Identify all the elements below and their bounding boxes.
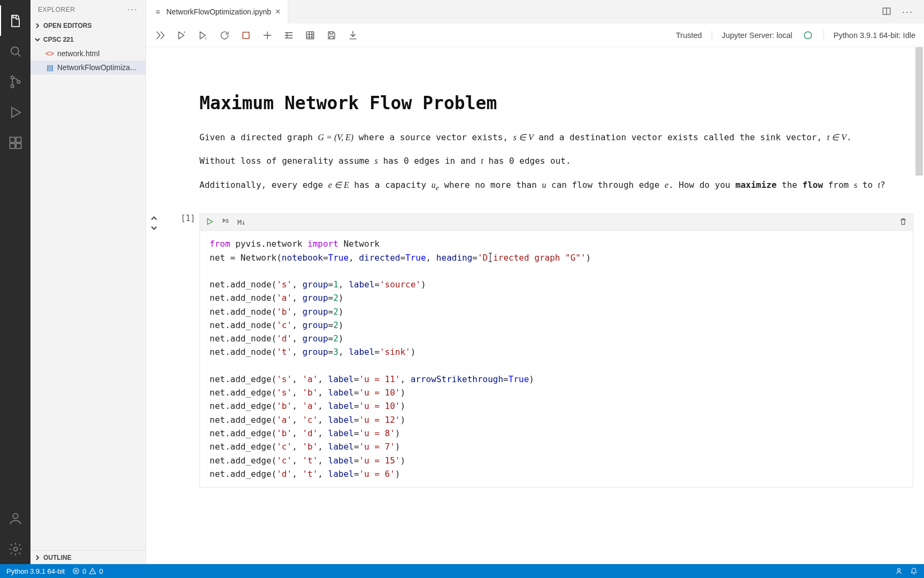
markdown-p2: Without loss of generality assume s has …: [199, 153, 913, 169]
interrupt-kernel-icon[interactable]: [240, 29, 252, 41]
file-item-network-html[interactable]: <> network.html: [30, 47, 145, 60]
python-version[interactable]: Python 3.9.1 64-bit: [6, 567, 65, 575]
svg-point-9: [13, 547, 17, 551]
workspace-header[interactable]: CPSC 221: [30, 33, 145, 47]
delete-cell-icon[interactable]: [899, 217, 907, 227]
exec-count: [1]: [158, 214, 195, 223]
divider: [823, 30, 824, 41]
svg-point-8: [13, 513, 18, 518]
file-tree: <> network.html ▤ NetworkFlowOptimiza...: [30, 47, 145, 74]
sidebar-header: EXPLORER ···: [30, 0, 145, 19]
jupyter-server-label[interactable]: Jupyter Server: local: [722, 31, 792, 40]
add-cell-icon[interactable]: [261, 29, 273, 41]
status-bar: Python 3.9.1 64-bit 0 0: [0, 564, 924, 578]
svg-point-15: [898, 568, 900, 571]
trusted-label[interactable]: Trusted: [676, 31, 702, 40]
file-item-notebook[interactable]: ▤ NetworkFlowOptimiza...: [30, 60, 145, 74]
split-editor-icon[interactable]: [882, 6, 891, 18]
tab-notebook[interactable]: ≡ NetworkFlowOptimization.ipynb ×: [146, 0, 288, 24]
markdown-p1: Given a directed graph G = (V, E) where …: [199, 130, 913, 146]
show-data-viewer-icon[interactable]: [304, 29, 316, 41]
markdown-p3: Additionally, every edge e ∈ E has a cap…: [199, 177, 913, 195]
server-status-icon: [802, 29, 814, 41]
source-control-icon[interactable]: [0, 66, 30, 97]
chevron-right-icon: [34, 554, 41, 561]
sidebar-more-icon[interactable]: ···: [128, 5, 138, 14]
cell-fold-controls[interactable]: [150, 215, 158, 232]
tab-bar: ≡ NetworkFlowOptimization.ipynb × ···: [146, 0, 924, 24]
open-editors-header[interactable]: OPEN EDITORS: [30, 19, 145, 33]
cell-toolbar: M↓: [199, 214, 913, 231]
svg-point-0: [11, 47, 18, 54]
feedback-icon[interactable]: [895, 567, 903, 575]
run-cell-icon[interactable]: [205, 217, 214, 227]
text-cursor-icon: [488, 253, 493, 262]
markdown-toggle[interactable]: M↓: [237, 218, 246, 226]
svg-rect-7: [16, 143, 21, 148]
markdown-cell[interactable]: Maximum Network Flow Problem Given a dir…: [199, 93, 913, 194]
svg-point-2: [11, 85, 13, 87]
run-below-icon[interactable]: [197, 29, 209, 41]
svg-rect-4: [10, 137, 14, 142]
sidebar-title: EXPLORER: [38, 6, 75, 13]
close-icon[interactable]: ×: [275, 7, 280, 17]
run-debug-icon[interactable]: [0, 97, 30, 127]
more-icon[interactable]: ···: [902, 6, 913, 18]
svg-rect-12: [306, 32, 313, 39]
divider: [712, 30, 712, 41]
show-variables-icon[interactable]: [283, 29, 295, 41]
svg-rect-11: [243, 32, 249, 39]
run-above-icon[interactable]: [176, 29, 188, 41]
notifications-icon[interactable]: [910, 567, 918, 575]
account-icon[interactable]: [0, 503, 30, 534]
export-icon[interactable]: [347, 29, 359, 41]
code-cell[interactable]: [1] M↓ from pyvis.network import Network…: [199, 214, 913, 488]
problems-count[interactable]: 0 0: [72, 567, 103, 575]
search-icon[interactable]: [0, 36, 30, 66]
extensions-icon[interactable]: [0, 127, 30, 158]
chevron-right-icon: [34, 22, 41, 29]
outline-header[interactable]: OUTLINE: [30, 550, 145, 564]
notebook-file-icon: ▤: [45, 63, 54, 72]
notebook-file-icon: ≡: [153, 7, 162, 16]
svg-rect-6: [10, 143, 14, 148]
notebook-toolbar: Trusted Jupyter Server: local Python 3.9…: [146, 24, 924, 47]
explorer-icon[interactable]: [0, 5, 30, 36]
settings-gear-icon[interactable]: [0, 534, 30, 564]
sidebar: EXPLORER ··· OPEN EDITORS CPSC 221 <> ne…: [30, 0, 146, 564]
tab-actions: ···: [871, 0, 924, 24]
code-editor[interactable]: from pyvis.network import Network net = …: [199, 231, 913, 488]
run-all-icon[interactable]: [155, 29, 166, 41]
chevron-down-icon: [34, 36, 41, 43]
html-file-icon: <>: [45, 49, 54, 58]
svg-point-3: [17, 80, 20, 83]
tab-label: NetworkFlowOptimization.ipynb: [166, 7, 271, 16]
run-by-line-icon[interactable]: [221, 217, 230, 227]
notebook-body[interactable]: Maximum Network Flow Problem Given a dir…: [146, 47, 924, 564]
editor: ≡ NetworkFlowOptimization.ipynb × ··· Tr: [146, 0, 924, 564]
svg-point-1: [11, 76, 13, 79]
restart-kernel-icon[interactable]: [219, 29, 230, 41]
markdown-h1: Maximum Network Flow Problem: [199, 93, 913, 113]
svg-rect-5: [16, 137, 21, 142]
kernel-label[interactable]: Python 3.9.1 64-bit: Idle: [834, 31, 915, 40]
activity-bar: [0, 0, 30, 564]
save-icon[interactable]: [326, 29, 337, 41]
svg-point-13: [804, 32, 811, 39]
